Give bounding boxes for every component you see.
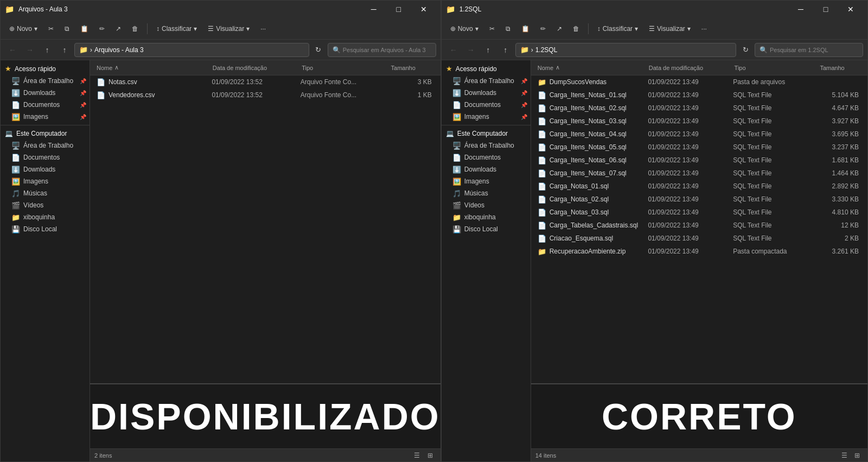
right-cut-button[interactable]: ✂ bbox=[485, 23, 499, 35]
right-watermark: CORRETO bbox=[602, 395, 797, 438]
left-computer-header[interactable]: 💻 Este Computador bbox=[1, 128, 90, 140]
left-comp-documents[interactable]: 📄 Documentos bbox=[1, 151, 90, 163]
left-sort-button[interactable]: ↕ Classificar ▾ bbox=[152, 23, 201, 35]
left-maximize-button[interactable]: □ bbox=[386, 1, 411, 18]
left-file-row-vendedores[interactable]: 📄 Vendedores.csv 01/09/2022 13:52 Arquiv… bbox=[90, 88, 441, 102]
left-grid-view-button[interactable]: ⊞ bbox=[424, 451, 436, 460]
left-address-path[interactable]: 📁 › Arquivos - Aula 3 bbox=[74, 43, 309, 57]
left-comp-images[interactable]: 🖼️ Imagens bbox=[1, 175, 90, 187]
right-quick-access-header[interactable]: ★ Acesso rápido bbox=[442, 62, 531, 75]
left-sidebar-desktop[interactable]: 🖥️ Área de Trabalho 📌 bbox=[1, 75, 90, 87]
right-computer-header[interactable]: 💻 Este Computador bbox=[442, 128, 531, 140]
right-comp-xiboquinha[interactable]: 📁 xiboquinha bbox=[442, 211, 531, 223]
right-share-button[interactable]: ↗ bbox=[552, 23, 566, 35]
right-file-row-notas01[interactable]: 📄 Carga_Notas_01.sql 01/09/2022 13:49 SQ… bbox=[531, 180, 867, 193]
left-col-size[interactable]: Tamanho bbox=[387, 60, 438, 75]
right-parent-button[interactable]: ↑ bbox=[498, 42, 513, 58]
left-rename-button[interactable]: ✏ bbox=[95, 23, 109, 35]
right-col-size[interactable]: Tamanho bbox=[815, 60, 865, 75]
right-sort-button[interactable]: ↕ Classificar ▾ bbox=[593, 23, 642, 35]
right-copy-button[interactable]: ⧉ bbox=[501, 23, 515, 35]
left-minimize-button[interactable]: ─ bbox=[361, 1, 386, 18]
right-col-date[interactable]: Data de modificação bbox=[644, 60, 730, 75]
left-sidebar-images[interactable]: 🖼️ Imagens 📌 bbox=[1, 111, 90, 123]
right-list-view-button[interactable]: ☰ bbox=[838, 451, 850, 460]
right-comp-downloads[interactable]: ⬇️ Downloads bbox=[442, 163, 531, 175]
left-comp-music[interactable]: 🎵 Músicas bbox=[1, 187, 90, 199]
left-quick-access-header[interactable]: ★ Acesso rápido bbox=[1, 62, 90, 75]
right-address-path[interactable]: 📁 › 1.2SQL bbox=[515, 43, 736, 57]
left-sidebar-documents[interactable]: 📄 Documentos 📌 bbox=[1, 99, 90, 111]
left-col-date[interactable]: Data de modificação bbox=[208, 60, 297, 75]
right-comp-disk[interactable]: 💾 Disco Local bbox=[442, 223, 531, 235]
left-parent-button[interactable]: ↑ bbox=[57, 42, 72, 58]
right-file-row-carga06[interactable]: 📄 Carga_Itens_Notas_06.sql 01/09/2022 13… bbox=[531, 154, 867, 167]
right-paste-button[interactable]: 📋 bbox=[517, 23, 534, 35]
right-search-box[interactable]: 🔍 Pesquisar em 1.2SQL bbox=[755, 43, 863, 57]
right-refresh-button[interactable]: ↻ bbox=[738, 43, 752, 57]
left-back-button[interactable]: ← bbox=[5, 42, 20, 58]
left-sidebar-downloads[interactable]: ⬇️ Downloads 📌 bbox=[1, 87, 90, 99]
pin-icon-2: 📌 bbox=[80, 90, 86, 96]
right-file-row-carga04[interactable]: 📄 Carga_Itens_Notas_04.sql 01/09/2022 13… bbox=[531, 128, 867, 141]
right-comp-music[interactable]: 🎵 Músicas bbox=[442, 187, 531, 199]
left-forward-button[interactable]: → bbox=[22, 42, 37, 58]
right-comp-desktop[interactable]: 🖥️ Área de Trabalho bbox=[442, 140, 531, 151]
left-list-view-button[interactable]: ☰ bbox=[411, 451, 423, 460]
left-paste-button[interactable]: 📋 bbox=[76, 23, 93, 35]
right-sidebar-documents[interactable]: 📄 Documentos 📌 bbox=[442, 99, 531, 111]
left-file-list: 📄 Notas.csv 01/09/2022 13:52 Arquivo Fon… bbox=[90, 75, 441, 383]
left-comp-disk[interactable]: 💾 Disco Local bbox=[1, 223, 90, 235]
left-view-button[interactable]: ☰ Visualizar ▾ bbox=[203, 23, 254, 35]
left-new-button[interactable]: ⊕ Novo ▾ bbox=[5, 23, 42, 35]
left-cut-button[interactable]: ✂ bbox=[44, 23, 58, 35]
right-up-button[interactable]: ↑ bbox=[481, 42, 496, 58]
right-new-button[interactable]: ⊕ Novo ▾ bbox=[446, 23, 483, 35]
right-file-row-carga03[interactable]: 📄 Carga_Itens_Notas_03.sql 01/09/2022 13… bbox=[531, 115, 867, 128]
right-file-row-carga02[interactable]: 📄 Carga_Itens_Notas_02.sql 01/09/2022 13… bbox=[531, 102, 867, 115]
right-minimize-button[interactable]: ─ bbox=[788, 1, 813, 18]
right-maximize-button[interactable]: □ bbox=[813, 1, 838, 18]
left-col-name[interactable]: Nome ∧ bbox=[92, 60, 208, 75]
right-delete-button[interactable]: 🗑 bbox=[569, 23, 584, 35]
left-comp-videos[interactable]: 🎬 Vídeos bbox=[1, 199, 90, 211]
right-title-controls: ─ □ ✕ bbox=[788, 1, 863, 18]
right-col-type[interactable]: Tipo bbox=[730, 60, 816, 75]
left-comp-desktop[interactable]: 🖥️ Área de Trabalho bbox=[1, 140, 90, 151]
right-back-button[interactable]: ← bbox=[446, 42, 461, 58]
right-col-name[interactable]: Nome ∧ bbox=[533, 60, 644, 75]
left-search-box[interactable]: 🔍 Pesquisar em Arquivos - Aula 3 bbox=[328, 43, 436, 57]
right-comp-documents[interactable]: 📄 Documentos bbox=[442, 151, 531, 163]
right-file-row-esquema[interactable]: 📄 Criacao_Esquema.sql 01/09/2022 13:49 S… bbox=[531, 232, 867, 245]
right-rename-button[interactable]: ✏ bbox=[536, 23, 550, 35]
left-comp-downloads[interactable]: ⬇️ Downloads bbox=[1, 163, 90, 175]
right-file-row-carga01[interactable]: 📄 Carga_Itens_Notas_01.sql 01/09/2022 13… bbox=[531, 88, 867, 102]
right-more-button[interactable]: ··· bbox=[697, 23, 711, 35]
left-copy-button[interactable]: ⧉ bbox=[60, 23, 74, 35]
right-close-button[interactable]: ✕ bbox=[838, 1, 863, 18]
right-file-row-dump[interactable]: 📁 DumpSucosVendas 01/09/2022 13:49 Pasta… bbox=[531, 75, 867, 88]
left-file-row-notas[interactable]: 📄 Notas.csv 01/09/2022 13:52 Arquivo Fon… bbox=[90, 75, 441, 88]
left-comp-xiboquinha[interactable]: 📁 xiboquinha bbox=[1, 211, 90, 223]
right-file-row-tabelas[interactable]: 📄 Carga_Tabelas_Cadastrais.sql 01/09/202… bbox=[531, 219, 867, 232]
right-file-row-notas03[interactable]: 📄 Carga_Notas_03.sql 01/09/2022 13:49 SQ… bbox=[531, 206, 867, 219]
right-sidebar-downloads[interactable]: ⬇️ Downloads 📌 bbox=[442, 87, 531, 99]
left-more-button[interactable]: ··· bbox=[256, 23, 270, 35]
right-file-row-notas02[interactable]: 📄 Carga_Notas_02.sql 01/09/2022 13:49 SQ… bbox=[531, 193, 867, 206]
left-up-button[interactable]: ↑ bbox=[40, 42, 55, 58]
right-view-button[interactable]: ☰ Visualizar ▾ bbox=[644, 23, 695, 35]
right-file-row-carga05[interactable]: 📄 Carga_Itens_Notas_05.sql 01/09/2022 13… bbox=[531, 141, 867, 154]
right-sidebar-images[interactable]: 🖼️ Imagens 📌 bbox=[442, 111, 531, 123]
right-comp-videos[interactable]: 🎬 Vídeos bbox=[442, 199, 531, 211]
left-share-button[interactable]: ↗ bbox=[111, 23, 125, 35]
right-sidebar-desktop[interactable]: 🖥️ Área de Trabalho 📌 bbox=[442, 75, 531, 87]
left-col-type[interactable]: Tipo bbox=[297, 60, 386, 75]
right-file-row-zip[interactable]: 📁 RecuperacaoAmbiente.zip 01/09/2022 13:… bbox=[531, 245, 867, 258]
right-grid-view-button[interactable]: ⊞ bbox=[851, 451, 863, 460]
left-close-button[interactable]: ✕ bbox=[411, 1, 436, 18]
right-file-row-carga07[interactable]: 📄 Carga_Itens_Notas_07.sql 01/09/2022 13… bbox=[531, 167, 867, 180]
right-forward-button[interactable]: → bbox=[463, 42, 478, 58]
left-refresh-button[interactable]: ↻ bbox=[311, 43, 326, 57]
left-delete-button[interactable]: 🗑 bbox=[127, 23, 143, 35]
right-comp-images[interactable]: 🖼️ Imagens bbox=[442, 175, 531, 187]
